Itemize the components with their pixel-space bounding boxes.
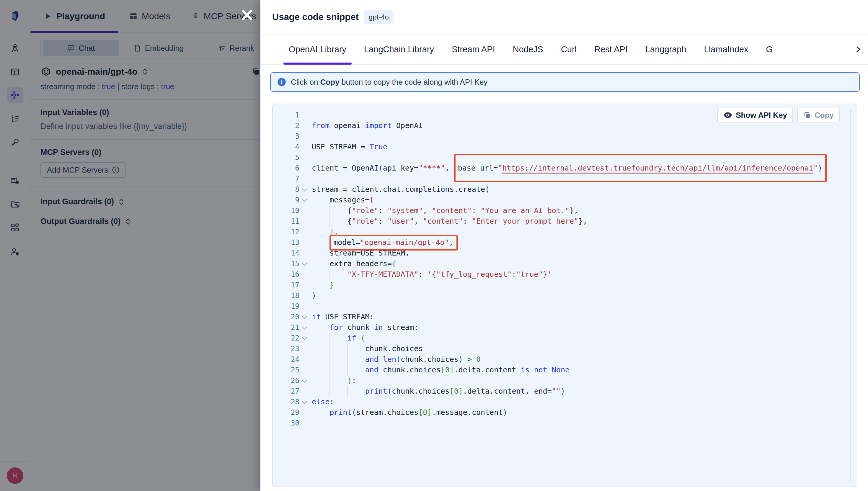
line-number: 30 <box>280 419 299 427</box>
line-number: 10 <box>280 206 299 215</box>
line-number: 12 <box>280 228 299 236</box>
line-number: 4 <box>280 143 299 151</box>
line-number: 25 <box>280 366 299 374</box>
code-line: 23 chunk.choices <box>280 343 857 354</box>
line-number: 7 <box>280 175 299 183</box>
line-number: 13 <box>280 238 299 247</box>
line-number: 29 <box>280 408 299 417</box>
code-line: 10 {"role": "system", "content": "You ar… <box>280 205 857 216</box>
code-line: 20if USE_STREAM: <box>280 312 857 322</box>
info-text: Click on Copy button to copy the code al… <box>291 78 487 87</box>
code-lines: 12from openai import OpenAI34USE_STREAM … <box>273 104 857 428</box>
line-number: 20 <box>280 313 299 321</box>
line-number: 17 <box>280 281 299 289</box>
active-tab-underline <box>283 63 352 65</box>
annotation-box: model="openai-main/gpt-4o", <box>330 235 458 251</box>
line-number: 22 <box>280 334 299 342</box>
code-line: 26 ): <box>280 375 857 386</box>
line-number: 5 <box>280 153 299 162</box>
code-line: 24 and len(chunk.choices) > 0 <box>280 354 857 365</box>
line-number: 21 <box>280 323 299 332</box>
modal-title: Usage code snippet <box>272 12 359 22</box>
code-line: 15 extra_headers={ <box>280 258 857 269</box>
library-tabs: OpenAI Library LangChain Library Stream … <box>260 34 868 65</box>
app-root: R Playground Models MCP Servers Chat Emb… <box>0 0 868 491</box>
line-number: 24 <box>280 355 299 364</box>
annotation-box: base_url="https://internal.devtest.truef… <box>454 154 827 182</box>
fold-chevron-icon[interactable] <box>299 187 309 192</box>
code-line: 17 } <box>280 280 857 290</box>
fold-chevron-icon[interactable] <box>299 262 309 266</box>
line-number: 26 <box>280 376 299 385</box>
tab-nodejs[interactable]: NodeJS <box>507 34 549 64</box>
show-api-key-button[interactable]: Show API Key <box>717 108 793 122</box>
copy-label: Copy <box>815 111 834 120</box>
modal-backdrop[interactable] <box>0 0 260 491</box>
code-line: 25 and chunk.choices[0].delta.content is… <box>280 365 857 375</box>
tab-stream-api[interactable]: Stream API <box>446 34 500 64</box>
line-number: 3 <box>280 132 299 140</box>
code-line: 29 print(stream.choices[0].message.conte… <box>280 407 857 418</box>
code-line: 11 {"role": "user", "content": "Enter yo… <box>280 216 857 227</box>
code-line: 4USE_STREAM = True <box>280 142 857 152</box>
chevron-right-icon <box>855 46 862 53</box>
info-banner: Click on Copy button to copy the code al… <box>270 72 860 92</box>
line-number: 14 <box>280 249 299 257</box>
fold-chevron-icon[interactable] <box>299 315 309 319</box>
code-block: Show API Key Copy 12from openai import O… <box>272 104 857 487</box>
fold-chevron-icon[interactable] <box>299 326 309 329</box>
usage-code-snippet-modal: Usage code snippet gpt-4o OpenAI Library… <box>260 0 868 491</box>
line-number: 6 <box>280 164 299 172</box>
code-line: 28else: <box>280 397 857 407</box>
code-scrollbar[interactable] <box>850 110 850 481</box>
line-number: 19 <box>280 302 299 310</box>
tab-langgraph[interactable]: Langgraph <box>640 34 692 64</box>
copy-button[interactable]: Copy <box>797 108 840 122</box>
code-line: 30 <box>280 418 857 428</box>
line-number: 9 <box>280 196 299 204</box>
model-badge: gpt-4o <box>364 10 394 24</box>
line-number: 16 <box>280 270 299 279</box>
close-icon[interactable] <box>240 8 254 22</box>
code-line: 13 model="openai-main/gpt-4o", <box>280 237 857 248</box>
code-line: 16 "X-TFY-METADATA": '{"tfy_log_request"… <box>280 269 857 280</box>
copy-icon <box>803 111 811 119</box>
tab-langchain-library[interactable]: LangChain Library <box>359 34 439 64</box>
show-api-key-label: Show API Key <box>736 111 787 120</box>
code-line: 18) <box>280 290 857 301</box>
fold-chevron-icon[interactable] <box>299 337 309 340</box>
tab-rest-api[interactable]: Rest API <box>589 34 633 64</box>
fold-chevron-icon[interactable] <box>299 198 309 202</box>
line-number: 8 <box>280 185 299 194</box>
tab-llamaindex[interactable]: LlamaIndex <box>699 34 754 64</box>
code-line: 21 for chunk in stream: <box>280 322 857 333</box>
line-number: 18 <box>280 291 299 300</box>
fold-chevron-icon[interactable] <box>299 400 309 404</box>
fold-chevron-icon[interactable] <box>299 379 309 383</box>
eye-icon <box>723 112 732 119</box>
code-line: 3 <box>280 131 857 142</box>
code-line: 8stream = client.chat.completions.create… <box>280 184 857 195</box>
info-icon <box>277 78 286 86</box>
code-line: 6client = OpenAI(api_key="****", base_ur… <box>280 163 857 173</box>
code-line: 22 if ( <box>280 333 857 343</box>
code-line: 9 messages=[ <box>280 195 857 205</box>
tabs-scroll-right[interactable] <box>855 34 862 64</box>
tab-openai-library[interactable]: OpenAI Library <box>283 34 352 64</box>
code-line: 27 print(chunk.choices[0].delta.content,… <box>280 386 857 397</box>
tab-truncated[interactable]: G <box>761 34 778 64</box>
line-number: 11 <box>280 217 299 225</box>
line-number: 2 <box>280 121 299 130</box>
code-line: 19 <box>280 301 857 312</box>
tab-curl[interactable]: Curl <box>556 34 582 64</box>
line-number: 1 <box>280 111 299 119</box>
line-number: 23 <box>280 345 299 353</box>
line-number: 28 <box>280 398 299 406</box>
modal-header: Usage code snippet gpt-4o <box>260 0 868 34</box>
line-number: 15 <box>280 260 299 268</box>
line-number: 27 <box>280 387 299 395</box>
